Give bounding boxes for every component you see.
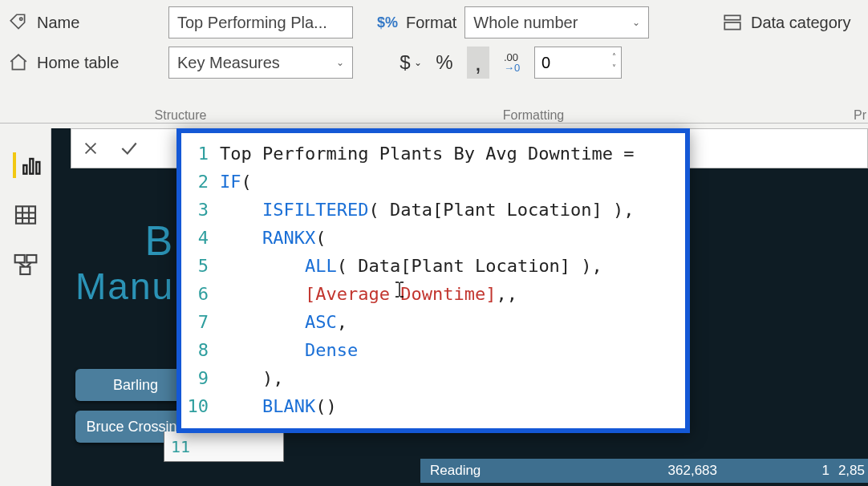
- format-icon: $%: [377, 12, 398, 33]
- home-table-select[interactable]: Key Measures ⌄: [168, 47, 353, 79]
- format-row: $% Format Whole number ⌄: [377, 6, 698, 38]
- currency-button[interactable]: $ ⌄: [400, 47, 422, 79]
- decimal-places-button[interactable]: .00→0: [501, 47, 523, 79]
- home-icon: [8, 52, 29, 73]
- chevron-up-icon[interactable]: ˄: [612, 53, 616, 61]
- group-label-structure: Structure: [0, 108, 361, 123]
- commit-formula-button[interactable]: [110, 129, 148, 168]
- svg-rect-5: [36, 162, 39, 174]
- svg-point-0: [20, 18, 22, 20]
- cell-value3: 2,85: [829, 463, 868, 479]
- name-input[interactable]: Top Performing Pla...: [168, 6, 353, 38]
- category-icon: [722, 12, 743, 33]
- decimals-input[interactable]: [535, 47, 607, 78]
- svg-rect-1: [724, 15, 740, 19]
- cell-value2: 1: [717, 463, 829, 479]
- chevron-down-icon: ⌄: [336, 57, 344, 68]
- svg-rect-3: [23, 165, 26, 174]
- name-row: Name Top Performing Pla...: [8, 6, 353, 38]
- home-table-value: Key Measures: [177, 54, 280, 72]
- format-toolbar: $ ⌄ % , .00→0 ˄ ˅: [377, 47, 698, 79]
- percent-button[interactable]: %: [433, 47, 456, 79]
- group-label-properties: Pr: [706, 108, 868, 123]
- dashboard-title: B Manu: [75, 217, 174, 308]
- svg-rect-13: [20, 267, 30, 274]
- decimals-spinner[interactable]: ˄ ˅: [534, 47, 622, 79]
- format-label: Format: [406, 14, 456, 32]
- chevron-down-icon[interactable]: ˅: [612, 64, 616, 72]
- chevron-down-icon: ⌄: [632, 17, 640, 28]
- formula-editor[interactable]: 1 2 3 4 5 6 7 8 9 10 Top Performing Plan…: [176, 128, 690, 433]
- format-select[interactable]: Whole number ⌄: [464, 6, 649, 38]
- ribbon: Name Top Performing Pla... Home table Ke…: [0, 0, 868, 108]
- group-structure: Name Top Performing Pla... Home table Ke…: [8, 6, 353, 108]
- cancel-formula-button[interactable]: [71, 129, 110, 168]
- tag-icon: [8, 12, 29, 33]
- home-table-row: Home table Key Measures ⌄: [8, 47, 353, 79]
- canvas-area: B Manu Barling Bruce Crossing 1 2 3 4 5 …: [0, 128, 868, 486]
- group-label-formatting: Formatting: [361, 108, 706, 123]
- format-value: Whole number: [473, 14, 578, 32]
- name-label: Name: [37, 14, 79, 32]
- group-formatting: $% Format Whole number ⌄ $ ⌄ % , .00→0: [377, 6, 698, 108]
- report-canvas[interactable]: B Manu Barling Bruce Crossing 1 2 3 4 5 …: [51, 128, 868, 486]
- spinner-arrows[interactable]: ˄ ˅: [607, 47, 621, 78]
- formula-code[interactable]: Top Performing Plants By Avg Downtime =I…: [213, 133, 685, 428]
- model-view-icon[interactable]: [13, 252, 39, 277]
- chevron-down-icon: ⌄: [414, 57, 422, 68]
- view-switcher: [0, 128, 51, 486]
- ribbon-group-labels: Structure Formatting Pr: [0, 108, 868, 124]
- group-properties: Data category: [722, 6, 860, 108]
- svg-rect-11: [14, 255, 24, 262]
- data-category-label: Data category: [751, 14, 851, 32]
- thousands-separator-button[interactable]: ,: [467, 47, 489, 79]
- home-table-label: Home table: [37, 54, 119, 72]
- data-view-icon[interactable]: [13, 202, 39, 228]
- report-view-icon[interactable]: [13, 152, 39, 178]
- line-number-gutter: 1 2 3 4 5 6 7 8 9 10: [181, 133, 213, 428]
- svg-rect-4: [30, 159, 33, 174]
- svg-rect-12: [26, 255, 36, 262]
- data-category-row: Data category: [722, 6, 860, 38]
- svg-rect-6: [16, 206, 35, 223]
- name-input-value: Top Performing Pla...: [177, 14, 327, 32]
- svg-rect-2: [724, 22, 740, 30]
